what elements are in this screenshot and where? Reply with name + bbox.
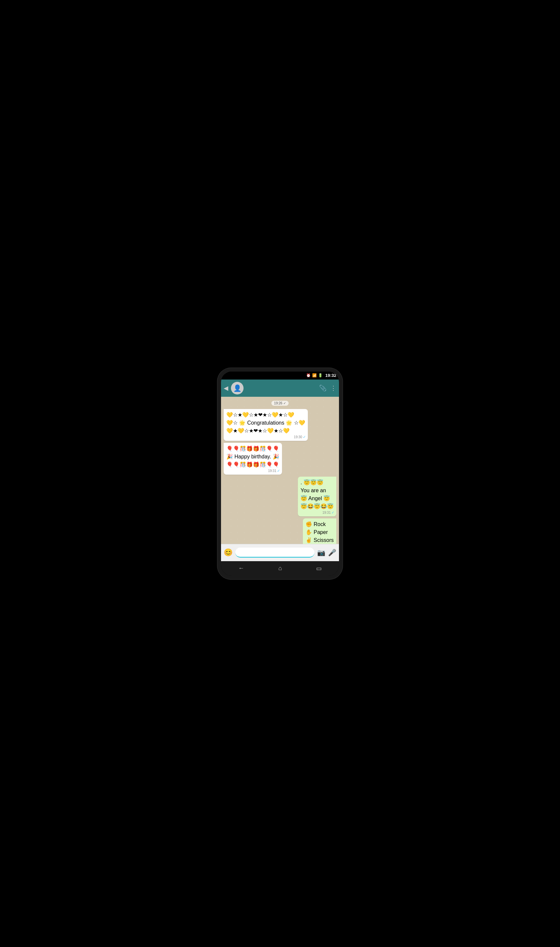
chat-messages: 19:26 ✓ 💛☆★💛☆★❤★☆💛★☆💛 💛☆ 🌟 Congratulatio… bbox=[221, 397, 339, 544]
msg-birthday: 🎈🎈🎊🎁🎁🎊🎈🎈 🎉 Happy birthday. 🎉 🎈🎈🎊🎁🎁🎊🎈🎈 19… bbox=[224, 443, 282, 475]
msg-line-rock: ✊ Rock bbox=[306, 520, 334, 528]
msg-line-2: You are an bbox=[300, 487, 334, 494]
msg-angel: . 😇😇😇 You are an 😇 Angel 😇 😇😂😇😂😇 19:31 ✓ bbox=[298, 477, 336, 516]
back-button[interactable]: ◀ bbox=[224, 385, 228, 392]
phone-device: ⏰ 📶 🔋 19:32 ◀ 👤 📎 ⋮ bbox=[217, 368, 343, 580]
avatar-icon: 👤 bbox=[233, 384, 242, 392]
msg-line-3: 🎈🎈🎊🎁🎁🎊🎈🎈 bbox=[226, 461, 279, 469]
chat-topbar: ◀ 👤 📎 ⋮ bbox=[221, 380, 339, 397]
back-nav-button[interactable]: ← bbox=[238, 565, 244, 572]
android-nav-bar: ← ⌂ ▭ bbox=[221, 561, 339, 576]
recents-nav-button[interactable]: ▭ bbox=[316, 565, 322, 572]
emoji-button[interactable]: 😊 bbox=[224, 548, 232, 557]
time-text: 19:31 bbox=[268, 469, 276, 473]
msg-timestamp: 19:31 ✓ bbox=[322, 510, 334, 515]
msg-timestamp: 19:31 ✓ bbox=[268, 468, 280, 473]
whatsapp-app: ◀ 👤 📎 ⋮ 19:26 ✓ 💛☆★💛☆★❤★☆💛★☆💛 💛☆ 🌟 Con bbox=[221, 380, 339, 561]
menu-icon[interactable]: ⋮ bbox=[330, 385, 336, 392]
time-text: 19:30 bbox=[294, 435, 302, 439]
msg-line-scissors: ✌ Scissors bbox=[306, 536, 334, 544]
msg-line-4: 😇😂😇😂😇 bbox=[300, 502, 334, 510]
msg-line-3: 😇 Angel 😇 bbox=[300, 494, 334, 502]
msg-congratulations: 💛☆★💛☆★❤★☆💛★☆💛 💛☆ 🌟 Congratulations 🌟 ☆💛 … bbox=[224, 409, 308, 441]
attachment-icon[interactable]: 📎 bbox=[319, 385, 326, 392]
msg-line-1: . 😇😇😇 bbox=[300, 479, 334, 487]
camera-button[interactable]: 📷 bbox=[317, 548, 325, 556]
topbar-action-icons: 📎 ⋮ bbox=[319, 385, 336, 392]
checkmark-icon: ✓ bbox=[277, 468, 280, 473]
battery-icon: 🔋 bbox=[318, 373, 323, 377]
msg-timestamp: 19:30 ✓ bbox=[294, 434, 306, 439]
contact-avatar[interactable]: 👤 bbox=[231, 382, 243, 394]
message-input[interactable] bbox=[235, 548, 314, 557]
checkmark-icon: ✓ bbox=[303, 434, 306, 439]
checkmark-icon: ✓ bbox=[331, 510, 334, 515]
status-bar: ⏰ 📶 🔋 19:32 bbox=[221, 371, 339, 380]
phone-screen: ⏰ 📶 🔋 19:32 ◀ 👤 📎 ⋮ bbox=[221, 371, 339, 576]
msg-line-1: 🎈🎈🎊🎁🎁🎊🎈🎈 bbox=[226, 445, 279, 453]
status-icons: ⏰ 📶 🔋 19:32 bbox=[306, 373, 336, 378]
wifi-icon: 📶 bbox=[312, 373, 317, 377]
status-time: 19:32 bbox=[325, 373, 336, 378]
msg-line-paper: ✋ Paper bbox=[306, 528, 334, 536]
time-badge: 19:26 ✓ bbox=[271, 401, 289, 406]
mic-button[interactable]: 🎤 bbox=[328, 548, 336, 556]
home-nav-button[interactable]: ⌂ bbox=[278, 565, 282, 572]
msg-rock-paper-scissors: ✊ Rock ✋ Paper ✌ Scissors 19:31 ✓ bbox=[303, 518, 336, 544]
clock-icon: ⏰ bbox=[306, 373, 311, 377]
input-bar: 😊 📷 🎤 bbox=[221, 544, 339, 561]
msg-line-2: 🎉 Happy birthday. 🎉 bbox=[226, 453, 279, 461]
msg-line-1: 💛☆★💛☆★❤★☆💛★☆💛 bbox=[226, 411, 305, 419]
msg-line-2: 💛☆ 🌟 Congratulations 🌟 ☆💛 bbox=[226, 419, 305, 427]
msg-line-3: 💛★💛☆★❤★☆💛★☆💛 bbox=[226, 427, 305, 435]
time-text: 19:31 bbox=[322, 510, 331, 515]
